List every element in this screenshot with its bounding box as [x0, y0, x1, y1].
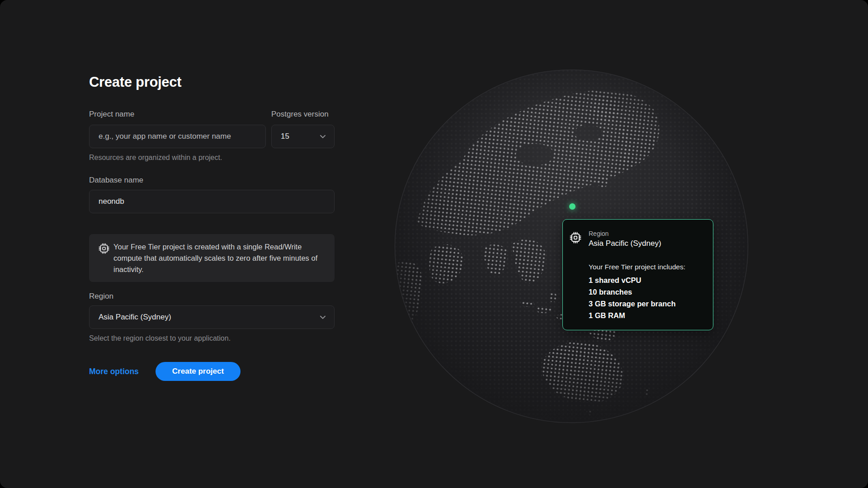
project-name-label: Project name — [89, 110, 134, 119]
create-project-button[interactable]: Create project — [156, 362, 241, 381]
tooltip-includes-heading: Your Free Tier project includes: — [589, 263, 685, 271]
tooltip-region-label: Region — [589, 230, 609, 237]
create-project-page: Region Asia Pacific (Sydney) Your Free T… — [0, 0, 868, 488]
project-name-input[interactable] — [89, 125, 266, 148]
project-name-helper: Resources are organized within a project… — [89, 154, 222, 162]
postgres-version-select[interactable]: 15 — [271, 125, 335, 148]
postgres-version-value: 15 — [281, 132, 289, 141]
chevron-down-icon — [319, 132, 327, 141]
database-name-input[interactable] — [89, 190, 335, 213]
region-select-value: Asia Pacific (Sydney) — [99, 313, 171, 322]
list-item: 1 shared vCPU — [589, 274, 676, 286]
region-select[interactable]: Asia Pacific (Sydney) — [89, 305, 335, 329]
list-item: 3 GB storage per branch — [589, 298, 676, 310]
region-tooltip-card: Region Asia Pacific (Sydney) Your Free T… — [562, 219, 713, 330]
cpu-chip-icon — [98, 243, 110, 254]
region-helper: Select the region closest to your applic… — [89, 334, 231, 343]
list-item: 10 branches — [589, 286, 676, 298]
tooltip-region-value: Asia Pacific (Sydney) — [589, 239, 661, 248]
page-title: Create project — [89, 74, 181, 90]
chevron-down-icon — [319, 313, 327, 321]
free-tier-note-text: Your Free Tier project is created with a… — [113, 241, 325, 275]
list-item: 1 GB RAM — [589, 310, 676, 321]
cpu-chip-icon — [569, 231, 582, 244]
free-tier-info-box: Your Free Tier project is created with a… — [89, 234, 335, 282]
region-label: Region — [89, 292, 113, 301]
region-marker-dot — [569, 203, 576, 210]
postgres-version-label: Postgres version — [271, 110, 329, 119]
database-name-label: Database name — [89, 176, 143, 185]
tooltip-includes-list: 1 shared vCPU 10 branches 3 GB storage p… — [589, 274, 676, 321]
more-options-link[interactable]: More options — [89, 367, 139, 376]
